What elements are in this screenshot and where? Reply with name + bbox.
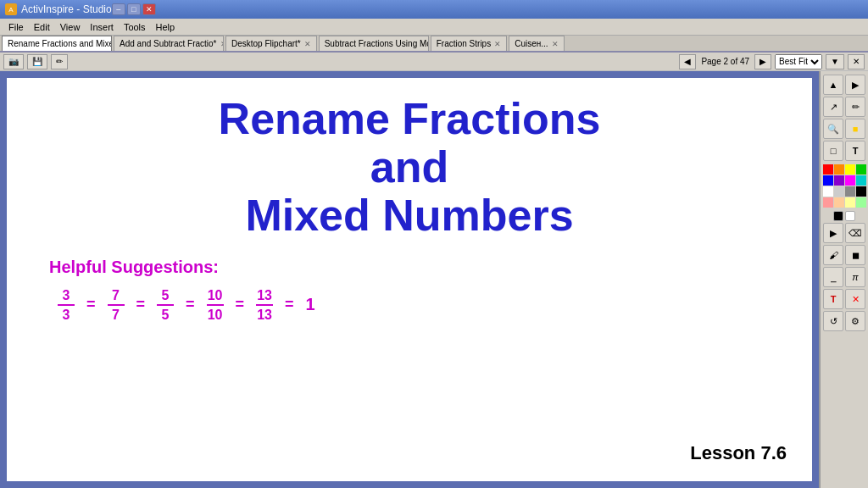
close-button[interactable]: ✕ <box>142 3 156 15</box>
color-cell-12[interactable] <box>823 197 833 208</box>
tool-delete[interactable]: ✕ <box>845 289 865 309</box>
zoom-select[interactable]: Best Fit 100% 75% <box>775 54 822 69</box>
app-icon: A <box>5 3 17 15</box>
prev-page-button[interactable]: ◀ <box>679 54 696 69</box>
tool-highlighter[interactable]: ■ <box>845 119 865 139</box>
tool-shape[interactable]: □ <box>823 141 843 161</box>
tool-row-3: 🔍 ■ <box>823 119 865 139</box>
tool-text[interactable]: T <box>845 141 865 161</box>
tool-fill[interactable]: ◼ <box>845 245 865 265</box>
tool-row-nav: ▲ ▶ <box>823 75 865 95</box>
color-cell-6[interactable] <box>845 175 855 186</box>
toolbar-button-2[interactable]: 💾 <box>27 54 47 69</box>
tab-close-icon[interactable]: ✕ <box>220 40 224 48</box>
tool-row-10: ↺ ⚙ <box>823 311 865 331</box>
maximize-button[interactable]: □ <box>127 3 141 15</box>
main-area: Rename Fractions and Mixed Numbers Helpf… <box>0 71 868 488</box>
tool-settings[interactable]: ⚙ <box>845 311 865 331</box>
tool-white-square[interactable] <box>845 211 855 221</box>
menu-file[interactable]: File <box>3 21 29 33</box>
tool-eraser[interactable]: ⌫ <box>845 223 865 243</box>
fraction-1: 3 3 <box>58 287 75 323</box>
color-cell-9[interactable] <box>834 186 844 197</box>
color-cell-8[interactable] <box>823 186 833 197</box>
color-palette <box>823 164 866 208</box>
color-cell-13[interactable] <box>834 197 844 208</box>
lesson-label: Lesson 7.6 <box>690 442 787 464</box>
menu-tools[interactable]: Tools <box>119 21 151 33</box>
page-navigation: ◀ Page 2 of 47 ▶ <box>679 54 771 69</box>
toolbar-button-1[interactable]: 📷 <box>3 54 24 69</box>
color-cell-0[interactable] <box>823 164 833 175</box>
window-controls[interactable]: – □ ✕ <box>112 3 156 15</box>
tool-undo[interactable]: ↺ <box>823 311 843 331</box>
one-value: 1 <box>306 295 315 314</box>
toolbar-button-3[interactable]: ✏ <box>51 54 68 69</box>
slide-title: Rename Fractions and Mixed Numbers <box>219 95 601 241</box>
tool-pi[interactable]: π <box>845 267 865 287</box>
fraction-3: 5 5 <box>157 287 174 323</box>
menu-edit[interactable]: Edit <box>29 21 55 33</box>
tab-bar: Rename Fractions and Mixed N ✕ Add and S… <box>0 36 868 53</box>
tab-close-icon[interactable]: ✕ <box>552 40 559 48</box>
title-line3: Mixed Numbers <box>245 191 573 240</box>
slide-area: Rename Fractions and Mixed Numbers Helpf… <box>0 71 819 488</box>
tab-label: Fraction Strips <box>437 39 491 48</box>
equals-5: = <box>285 296 294 313</box>
close-toolbar-button[interactable]: ✕ <box>848 54 865 69</box>
menu-help[interactable]: Help <box>151 21 181 33</box>
tool-lines[interactable]: ⎯ <box>823 267 843 287</box>
tool-text2[interactable]: T <box>823 289 843 309</box>
fraction-2-denominator: 7 <box>108 306 125 323</box>
tab-close-icon[interactable]: ✕ <box>304 40 311 48</box>
color-cell-14[interactable] <box>845 197 855 208</box>
menu-insert[interactable]: Insert <box>85 21 119 33</box>
title-bar: A ActivInspire - Studio – □ ✕ <box>0 0 868 19</box>
tab-rename-fractions[interactable]: Rename Fractions and Mixed N ✕ <box>2 36 112 51</box>
tool-right-arrow[interactable]: ▶ <box>845 75 865 95</box>
color-cell-7[interactable] <box>856 175 866 186</box>
tab-cuisen[interactable]: Cuisен... ✕ <box>509 36 564 51</box>
equals-4: = <box>236 296 245 313</box>
tool-pen[interactable]: ✏ <box>845 97 865 117</box>
tab-desktop-flipchart[interactable]: Desktop Flipchart* ✕ <box>225 36 317 51</box>
next-page-button[interactable]: ▶ <box>754 54 771 69</box>
right-panel: ▲ ▶ ↗ ✏ 🔍 ■ □ T ▶ ⌫ 🖌 <box>819 71 868 488</box>
tab-add-subtract[interactable]: Add and Subtract Fractio* ✕ <box>114 36 224 51</box>
menu-view[interactable]: View <box>55 21 86 33</box>
fraction-2: 7 7 <box>108 287 125 323</box>
color-cell-15[interactable] <box>856 197 866 208</box>
fraction-3-denominator: 5 <box>157 306 174 323</box>
fraction-1-denominator: 3 <box>58 306 75 323</box>
color-cell-11[interactable] <box>856 186 866 197</box>
tool-row-5 <box>833 211 855 221</box>
tool-stamp[interactable]: 🖌 <box>823 245 843 265</box>
toolbar-row: 📷 💾 ✏ ◀ Page 2 of 47 ▶ Best Fit 100% 75%… <box>0 53 868 71</box>
zoom-dropdown-button[interactable]: ▼ <box>826 54 844 69</box>
tab-fraction-strips[interactable]: Fraction Strips ✕ <box>431 36 507 51</box>
page-info: Page 2 of 47 <box>698 57 753 66</box>
color-cell-1[interactable] <box>834 164 844 175</box>
tool-zoom-in[interactable]: 🔍 <box>823 119 843 139</box>
tool-select[interactable]: ▶ <box>823 223 843 243</box>
fraction-5: 13 13 <box>256 287 273 323</box>
color-cell-10[interactable] <box>845 186 855 197</box>
equals-2: = <box>136 296 146 313</box>
tool-row-6: ▶ ⌫ <box>823 223 865 243</box>
tab-label: Subtract Fractions Using Models - S... <box>325 39 429 48</box>
color-cell-3[interactable] <box>856 164 866 175</box>
fraction-4-denominator: 10 <box>207 306 224 323</box>
tool-cursor[interactable]: ↗ <box>823 97 843 117</box>
tool-row-2: ↗ ✏ <box>823 97 865 117</box>
tab-label: Add and Subtract Fractio* <box>120 39 217 48</box>
color-cell-4[interactable] <box>823 175 833 186</box>
tool-up-arrow[interactable]: ▲ <box>823 75 843 95</box>
color-cell-2[interactable] <box>845 164 855 175</box>
color-cell-5[interactable] <box>834 175 844 186</box>
tab-subtract-fractions-models[interactable]: Subtract Fractions Using Models - S... ✕ <box>319 36 429 51</box>
tab-close-icon[interactable]: ✕ <box>494 40 501 48</box>
tool-black-square[interactable] <box>833 211 843 221</box>
tab-label: Desktop Flipchart* <box>231 39 301 48</box>
minimize-button[interactable]: – <box>112 3 125 15</box>
fraction-2-numerator: 7 <box>108 287 125 306</box>
